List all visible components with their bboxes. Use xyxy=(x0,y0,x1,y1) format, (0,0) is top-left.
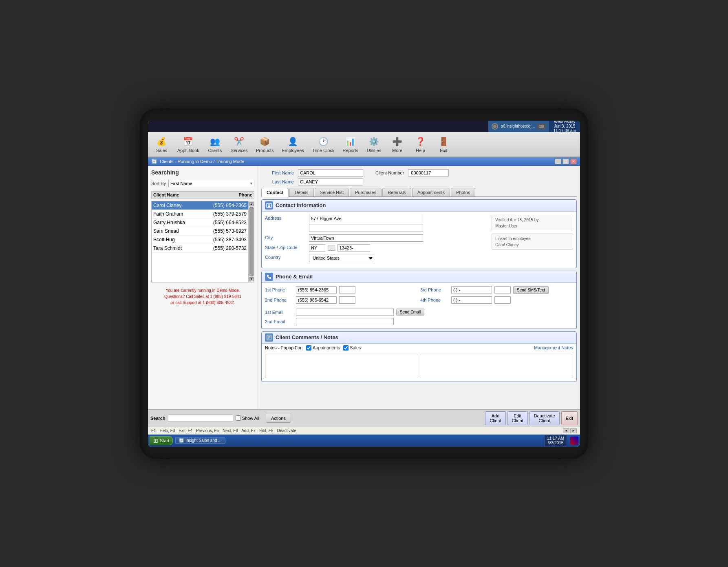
management-notes-label: Management Notes xyxy=(534,345,573,350)
taskbar-clock: 11:17 AM 6/3/2015 xyxy=(544,435,567,446)
client-phone: (555) 379-2579 xyxy=(213,211,247,217)
send-email-btn[interactable]: Send Email xyxy=(396,309,424,315)
last-name-label: Last Name xyxy=(261,179,294,184)
list-item[interactable]: Sam Snead (555) 573-8927 xyxy=(152,227,248,236)
client-name: Faith Graham xyxy=(153,211,213,217)
more-label: More xyxy=(392,148,402,153)
exit-client-btn[interactable]: Exit xyxy=(561,411,578,425)
date-full: Jun 3, 2015 xyxy=(554,124,575,128)
tab-details[interactable]: Details xyxy=(289,188,314,196)
appointments-checkbox[interactable] xyxy=(306,345,311,351)
address2-input[interactable] xyxy=(309,225,423,232)
toolbar-exit-btn[interactable]: 🚪 Exit xyxy=(432,134,455,155)
list-item[interactable]: Faith Graham (555) 379-2579 xyxy=(152,210,248,218)
toolbar-reports-btn[interactable]: 📊 Reports xyxy=(339,134,362,155)
tab-service-hist[interactable]: Service Hist xyxy=(315,188,349,196)
list-item[interactable]: Scott Hug (555) 387-3493 xyxy=(152,236,248,244)
state-zip-label: State / Zip Code xyxy=(265,244,306,250)
phone3-ext[interactable] xyxy=(494,286,511,293)
last-name-input[interactable] xyxy=(298,178,363,185)
address-input[interactable] xyxy=(309,215,423,222)
phone4-ext[interactable] xyxy=(494,296,511,304)
email1-input[interactable] xyxy=(296,309,394,316)
list-item[interactable]: Carol Claney (555) 854-2365 xyxy=(152,201,248,210)
timeclock-icon: 🕐 xyxy=(318,136,329,147)
toolbar-employees-btn[interactable]: 👤 Employees xyxy=(278,134,307,155)
toolbar-utilities-btn[interactable]: ⚙️ Utilities xyxy=(363,134,385,155)
tab-purchases[interactable]: Purchases xyxy=(350,188,382,196)
state-input[interactable] xyxy=(309,244,325,252)
show-all-label[interactable]: Show All xyxy=(236,415,259,421)
search-input[interactable] xyxy=(168,415,233,422)
toolbar-more-btn[interactable]: ➕ More xyxy=(386,134,408,155)
client-name: Sam Snead xyxy=(153,228,213,234)
close-btn[interactable]: ✕ xyxy=(570,159,577,164)
first-name-input[interactable] xyxy=(298,169,363,176)
phone3-input[interactable] xyxy=(451,286,492,293)
start-button[interactable]: ⊞ Start xyxy=(150,436,173,445)
country-select[interactable]: United States Canada United Kingdom xyxy=(309,254,374,262)
client-name: Scott Hug xyxy=(153,237,213,243)
phone1-input[interactable] xyxy=(296,286,337,293)
list-item[interactable]: Tara Schmidt (555) 290-5732 xyxy=(152,244,248,253)
zip-input[interactable] xyxy=(338,244,370,252)
contact-section: Contact Information Address xyxy=(261,199,577,268)
notes-textarea[interactable] xyxy=(265,354,418,378)
edit-client-btn[interactable]: EditClient xyxy=(507,411,528,425)
toolbar-products-btn[interactable]: 📦 Products xyxy=(252,134,277,155)
scroll-down-btn[interactable]: ▼ xyxy=(249,277,254,281)
phone1-ext[interactable] xyxy=(339,286,355,293)
sales-checkbox[interactable] xyxy=(343,345,349,351)
phone4-input[interactable] xyxy=(451,296,492,304)
list-scrollbar[interactable]: ▲ ▼ xyxy=(248,201,254,282)
minimize-btn[interactable]: _ xyxy=(555,159,561,164)
toolbar-apptbook-btn[interactable]: 📅 Appt. Book xyxy=(174,134,203,155)
more-icon: ➕ xyxy=(392,136,403,147)
toolbar-timeclock-btn[interactable]: 🕐 Time Clock xyxy=(309,134,338,155)
send-sms-btn[interactable]: Send SMS/Text xyxy=(513,286,549,294)
client-number-input[interactable] xyxy=(408,169,449,176)
state-dots-btn[interactable]: ··· xyxy=(328,245,335,251)
scroll-thumb[interactable] xyxy=(249,207,254,276)
notes-section-icon xyxy=(265,333,273,342)
toolbar-services-btn[interactable]: ✂️ Services xyxy=(227,134,251,155)
start-label: Start xyxy=(160,438,169,443)
management-notes-textarea[interactable] xyxy=(420,354,573,378)
appointments-checkbox-label[interactable]: Appointments xyxy=(306,345,340,351)
actions-btn[interactable]: Actions xyxy=(266,414,291,423)
maximize-btn[interactable]: □ xyxy=(563,159,569,164)
products-icon: 📦 xyxy=(259,136,271,147)
city-input[interactable] xyxy=(309,234,423,242)
toolbar-sales-btn[interactable]: 💰 Sales xyxy=(150,134,173,155)
taskbar-time: 11:17 AM xyxy=(547,436,564,441)
phone2-label: 2nd Phone xyxy=(265,298,293,302)
email2-input[interactable] xyxy=(296,318,394,325)
deactivate-client-btn[interactable]: DeactivateClient xyxy=(529,411,560,425)
sort-by-select[interactable]: First Name Last Name Phone xyxy=(168,180,254,187)
toolbar-clients-btn[interactable]: 👥 Clients xyxy=(204,134,226,155)
tab-contact[interactable]: Contact xyxy=(261,188,289,197)
linked-employee-note: Linked to employee Carol Claney xyxy=(492,234,573,250)
email2-label: 2nd Email xyxy=(265,319,293,324)
toolbar-help-btn[interactable]: ❓ Help xyxy=(409,134,432,155)
phone2-ext[interactable] xyxy=(339,296,355,304)
client-name: Garry Hrushka xyxy=(153,220,213,225)
tab-photos[interactable]: Photos xyxy=(451,188,475,196)
notes-section-title: Client Comments / Notes xyxy=(276,334,338,340)
add-client-btn[interactable]: AddClient xyxy=(485,411,505,425)
scroll-up-btn[interactable]: ▲ xyxy=(249,202,254,206)
status-scroll-left[interactable]: ◄ xyxy=(563,428,569,433)
list-item[interactable]: Garry Hrushka (555) 664-8523 xyxy=(152,218,248,227)
phone2-input[interactable] xyxy=(296,296,337,304)
tab-appointments[interactable]: Appointments xyxy=(412,188,450,196)
show-all-checkbox[interactable] xyxy=(236,415,241,421)
client-name: Carol Claney xyxy=(153,203,213,208)
svg-point-1 xyxy=(268,204,270,206)
phone-section-title: Phone & Email xyxy=(276,274,313,280)
status-scroll-right[interactable]: ► xyxy=(570,428,577,433)
help-label: Help xyxy=(416,148,425,153)
taskbar-app-btn[interactable]: 🔄 Insight Salon and ... xyxy=(175,437,225,444)
tab-referrals[interactable]: Referrals xyxy=(382,188,411,196)
sales-checkbox-label[interactable]: Sales xyxy=(343,345,361,351)
client-phone: (555) 664-8523 xyxy=(213,220,247,225)
